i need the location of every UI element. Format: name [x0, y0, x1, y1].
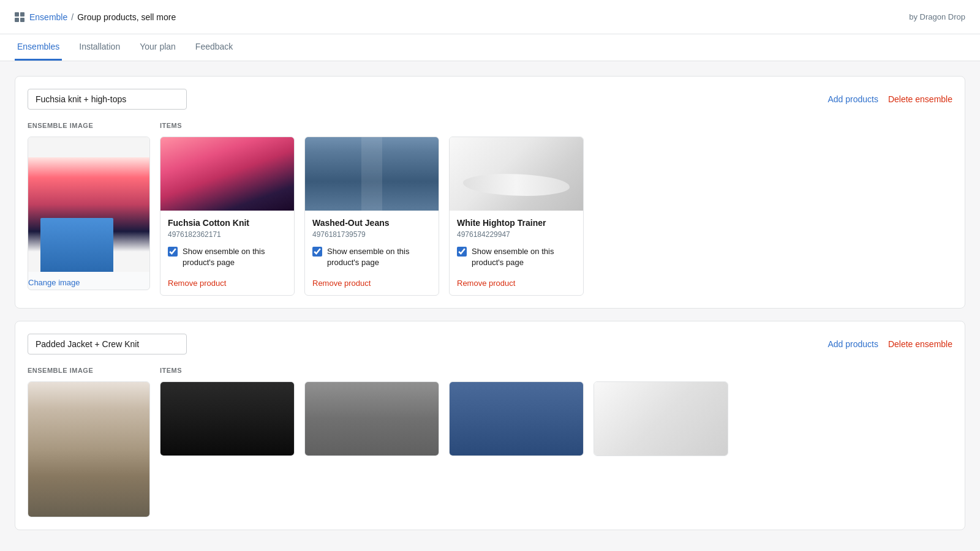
item-body-washed-jeans: Washed-Out Jeans 4976181739579 Show ense…	[305, 211, 439, 295]
ensemble-2-image-wrapper	[28, 381, 150, 517]
ensemble-1-items-grid: Fuchsia Cotton Knit 4976182362171 Show e…	[160, 137, 952, 296]
ensemble-2-model-image	[28, 382, 149, 517]
ensemble-1-body: ENSEMBLE IMAGE Change image ITEMS	[28, 122, 952, 296]
item-show-checkbox-washed-jeans[interactable]	[312, 247, 322, 257]
ensemble-2-delete-button[interactable]: Delete ensemble	[888, 339, 952, 349]
tab-your-plan[interactable]: Your plan	[137, 42, 178, 61]
ensemble-1-name-input[interactable]	[28, 89, 187, 110]
item-body-fuchsia-knit: Fuchsia Cotton Knit 4976182362171 Show e…	[160, 211, 294, 295]
item-remove-button-washed-jeans[interactable]: Remove product	[312, 279, 371, 288]
ensemble-2-header: Add products Delete ensemble	[28, 334, 952, 354]
item-checkbox-row-fuchsia-knit: Show ensemble on this product's page	[168, 246, 287, 268]
ensemble-1-actions: Add products Delete ensemble	[827, 94, 952, 104]
breadcrumb-page: Group products, sell more	[77, 12, 176, 22]
ensemble-card-1: Add products Delete ensemble ENSEMBLE IM…	[15, 76, 965, 309]
item-show-label-washed-jeans: Show ensemble on this product's page	[327, 246, 431, 268]
breadcrumb-separator: /	[71, 12, 74, 22]
breadcrumb-text: Ensemble / Group products, sell more	[29, 12, 176, 22]
item-name-washed-jeans: Washed-Out Jeans	[312, 218, 431, 228]
ensemble-1-items-section: ITEMS Fuchsia Cotton Knit 4976182362171	[160, 122, 952, 296]
item-card-fuchsia-knit: Fuchsia Cotton Knit 4976182362171 Show e…	[160, 137, 295, 296]
ensemble-1-header: Add products Delete ensemble	[28, 89, 952, 110]
ensemble-2-image-section: ENSEMBLE IMAGE	[28, 367, 150, 517]
item-show-checkbox-white-hightop[interactable]	[457, 247, 467, 257]
item-image-partial-1	[160, 382, 294, 455]
ensemble-2-body: ENSEMBLE IMAGE ITEMS	[28, 367, 952, 517]
item-card-partial-4	[594, 381, 728, 456]
ensemble-2-image-label: ENSEMBLE IMAGE	[28, 367, 150, 374]
ensemble-1-image-wrapper: Change image	[28, 137, 150, 290]
item-sku-white-hightop: 4976184229947	[457, 230, 576, 239]
item-checkbox-row-white-hightop: Show ensemble on this product's page	[457, 246, 576, 268]
item-sku-washed-jeans: 4976181739579	[312, 230, 431, 239]
ensemble-2-items-section: ITEMS	[160, 367, 952, 517]
item-remove-button-white-hightop[interactable]: Remove product	[457, 279, 515, 288]
tab-ensembles[interactable]: Ensembles	[15, 42, 62, 61]
item-card-white-hightop: White Hightop Trainer 4976184229947 Show…	[449, 137, 584, 296]
ensemble-1-change-image-button[interactable]: Change image	[28, 272, 80, 290]
breadcrumb: Ensemble / Group products, sell more	[15, 12, 176, 22]
item-card-washed-jeans: Washed-Out Jeans 4976181739579 Show ense…	[304, 137, 439, 296]
tab-installation[interactable]: Installation	[77, 42, 123, 61]
item-image-partial-3	[450, 382, 583, 455]
item-image-fuchsia-knit	[160, 137, 294, 211]
item-name-white-hightop: White Hightop Trainer	[457, 218, 576, 228]
nav-tabs: Ensembles Installation Your plan Feedbac…	[0, 34, 980, 61]
item-image-partial-4	[594, 382, 728, 455]
ensemble-2-actions: Add products Delete ensemble	[827, 339, 952, 349]
item-show-label-white-hightop: Show ensemble on this product's page	[472, 246, 576, 268]
by-dragon-drop-label: by Dragon Drop	[909, 12, 965, 21]
item-show-label-fuchsia-knit: Show ensemble on this product's page	[183, 246, 287, 268]
ensemble-2-items-label: ITEMS	[160, 367, 952, 374]
top-header: Ensemble / Group products, sell more by …	[0, 0, 980, 34]
ensemble-1-add-products-button[interactable]: Add products	[827, 94, 878, 104]
main-content: Add products Delete ensemble ENSEMBLE IM…	[0, 61, 980, 545]
item-image-partial-2	[305, 382, 439, 455]
ensemble-2-items-grid	[160, 381, 952, 456]
ensemble-2-add-products-button[interactable]: Add products	[827, 339, 878, 349]
item-show-checkbox-fuchsia-knit[interactable]	[168, 247, 178, 257]
ensemble-1-delete-button[interactable]: Delete ensemble	[888, 94, 952, 104]
item-card-partial-2	[304, 381, 439, 456]
ensemble-card-2: Add products Delete ensemble ENSEMBLE IM…	[15, 321, 965, 530]
ensemble-1-image-label: ENSEMBLE IMAGE	[28, 122, 150, 129]
ensemble-2-name-input[interactable]	[28, 334, 187, 354]
breadcrumb-app[interactable]: Ensemble	[29, 12, 67, 22]
ensemble-1-image-section: ENSEMBLE IMAGE Change image	[28, 122, 150, 296]
tab-feedback[interactable]: Feedback	[193, 42, 235, 61]
ensemble-1-items-label: ITEMS	[160, 122, 952, 129]
item-image-white-hightop	[450, 137, 583, 211]
item-image-washed-jeans	[305, 137, 439, 211]
item-name-fuchsia-knit: Fuchsia Cotton Knit	[168, 218, 287, 228]
item-card-partial-1	[160, 381, 295, 456]
item-sku-fuchsia-knit: 4976182362171	[168, 230, 287, 239]
item-body-white-hightop: White Hightop Trainer 4976184229947 Show…	[450, 211, 583, 295]
ensemble-1-model-image	[28, 137, 149, 272]
app-grid-icon	[15, 12, 24, 22]
item-checkbox-row-washed-jeans: Show ensemble on this product's page	[312, 246, 431, 268]
item-card-partial-3	[449, 381, 584, 456]
item-remove-button-fuchsia-knit[interactable]: Remove product	[168, 279, 226, 288]
